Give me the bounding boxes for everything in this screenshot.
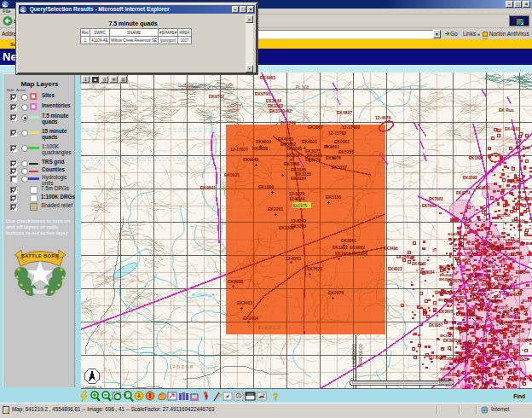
svg-text:EU1941: EU1941 xyxy=(500,345,515,350)
svg-text:EU3496: EU3496 xyxy=(454,359,469,363)
svg-text:EU4110: EU4110 xyxy=(492,352,506,357)
svg-text:EK7643: EK7643 xyxy=(422,204,437,208)
svg-text:EK9062: EK9062 xyxy=(470,325,484,329)
svg-text:EK2179: EK2179 xyxy=(305,157,321,162)
svg-text:12-11780: 12-11780 xyxy=(328,131,346,136)
svg-text:EU3371: EU3371 xyxy=(494,363,508,367)
svg-text:A: A xyxy=(237,393,240,398)
svg-text:EK3067: EK3067 xyxy=(308,125,323,130)
svg-text:EU Rob: EU Rob xyxy=(429,356,443,360)
svg-text:12-8244: 12-8244 xyxy=(289,196,305,201)
svg-text:EK1904: EK1904 xyxy=(335,251,350,256)
svg-text:EU7340: EU7340 xyxy=(507,325,522,329)
svg-text:EK3277: EK3277 xyxy=(512,319,526,323)
svg-text:EK3675: EK3675 xyxy=(439,310,454,314)
svg-text:EU1240: EU1240 xyxy=(475,357,489,362)
svg-text:EK3164: EK3164 xyxy=(291,176,306,181)
svg-text:EK3168: EK3168 xyxy=(284,161,299,166)
svg-text:EK3001: EK3001 xyxy=(341,238,356,243)
svg-text:EK9706: EK9706 xyxy=(255,91,270,96)
svg-text:Pt. N08: Pt. N08 xyxy=(296,85,309,90)
svg-text:EU9871: EU9871 xyxy=(507,378,522,382)
svg-text:Copyright, Inc: Copyright, Inc xyxy=(83,386,103,389)
svg-text:EU8892: EU8892 xyxy=(482,264,495,269)
svg-text:EK4851: EK4851 xyxy=(476,186,490,190)
svg-text:EK1956: EK1956 xyxy=(352,251,367,256)
svg-text:EK9338: EK9338 xyxy=(454,351,468,355)
svg-text:EK1249: EK1249 xyxy=(280,120,296,125)
svg-text:EK4262: EK4262 xyxy=(460,313,475,317)
svg-text:EK5076: EK5076 xyxy=(326,155,341,160)
svg-text:M O N I T O R: M O N I T O R xyxy=(192,293,215,297)
svg-text:EK5379: EK5379 xyxy=(291,224,306,229)
svg-text:Ek1975: Ek1975 xyxy=(293,204,308,208)
svg-text:EK9841: EK9841 xyxy=(200,185,216,190)
svg-text:EK4870: EK4870 xyxy=(439,265,454,270)
svg-text:EU2346: EU2346 xyxy=(506,240,520,244)
svg-text:EK125: EK125 xyxy=(466,274,478,278)
svg-text:BATTLE BORN: BATTLE BORN xyxy=(21,253,60,258)
svg-text:EK1509: EK1509 xyxy=(463,176,477,180)
svg-text:EU1546: EU1546 xyxy=(489,330,503,334)
svg-text:EU7402: EU7402 xyxy=(498,284,512,288)
svg-text:EU4477: EU4477 xyxy=(522,299,532,303)
svg-text:EU3547: EU3547 xyxy=(524,376,532,380)
svg-text:EU1549: EU1549 xyxy=(482,339,496,343)
svg-text:EK4446: EK4446 xyxy=(499,277,513,282)
svg-text:EK9036: EK9036 xyxy=(512,218,525,223)
svg-text:EU8945: EU8945 xyxy=(489,373,503,377)
svg-text:EU3584: EU3584 xyxy=(492,235,506,239)
svg-text:EK5075: EK5075 xyxy=(448,279,462,283)
svg-text:EU4343: EU4343 xyxy=(448,232,461,236)
svg-text:EK9067: EK9067 xyxy=(478,308,493,312)
svg-text:EK3021: EK3021 xyxy=(224,172,240,177)
svg-text:LANDER CO: LANDER CO xyxy=(352,344,356,367)
svg-text:EK4161: EK4161 xyxy=(505,126,520,131)
svg-text:EK7621: EK7621 xyxy=(307,266,322,271)
svg-text:EU7726: EU7726 xyxy=(497,213,511,218)
svg-text:EK5298: EK5298 xyxy=(511,329,524,334)
svg-text:EK9002: EK9002 xyxy=(350,245,365,250)
svg-text:EU4254: EU4254 xyxy=(507,293,522,297)
svg-text:EK5062: EK5062 xyxy=(440,367,454,371)
svg-text:EK4344: EK4344 xyxy=(516,270,530,275)
svg-text:EU2845: EU2845 xyxy=(448,373,462,377)
svg-text:EK3972: EK3972 xyxy=(443,339,458,343)
svg-text:EK1609: EK1609 xyxy=(469,156,483,160)
svg-text:EU4348: EU4348 xyxy=(479,241,493,246)
svg-text:L A N D E R: L A N D E R xyxy=(170,364,194,369)
svg-text:EK9030: EK9030 xyxy=(256,139,271,144)
svg-text:EU6045: EU6045 xyxy=(503,370,517,374)
svg-text:EU1935: EU1935 xyxy=(514,357,529,362)
svg-text:EK4853: EK4853 xyxy=(463,342,477,346)
svg-text:EK5255: EK5255 xyxy=(338,149,354,154)
svg-text:12-17403: 12-17403 xyxy=(342,125,360,130)
svg-text:EK4548: EK4548 xyxy=(489,247,503,251)
svg-text:EK7403: EK7403 xyxy=(503,253,517,257)
svg-text:EK3030: EK3030 xyxy=(286,146,302,151)
svg-text:EU9277: EU9277 xyxy=(503,257,517,261)
svg-text:EK9017: EK9017 xyxy=(435,291,449,295)
svg-text:EK2413: EK2413 xyxy=(237,300,252,305)
svg-text:EK2546: EK2546 xyxy=(473,253,488,257)
svg-text:EK4861: EK4861 xyxy=(471,293,486,297)
svg-text:EK Rus: EK Rus xyxy=(499,107,514,113)
svg-text:EK3030: EK3030 xyxy=(482,282,496,287)
svg-text:EU8788: EU8788 xyxy=(454,237,467,241)
svg-text:EK7603: EK7603 xyxy=(429,197,443,201)
svg-text:EK1902: EK1902 xyxy=(332,245,348,250)
svg-text:EK4264: EK4264 xyxy=(489,299,503,304)
svg-text:EK Rob: EK Rob xyxy=(516,146,530,150)
svg-text:EUREKA CO: EUREKA CO xyxy=(359,344,363,367)
svg-text:EK5157: EK5157 xyxy=(332,165,347,170)
svg-text:EK4897: EK4897 xyxy=(337,110,352,115)
svg-text:30000m: 30000m xyxy=(438,381,453,386)
svg-text:EK5156: EK5156 xyxy=(326,194,341,200)
svg-text:EK9762: EK9762 xyxy=(209,94,224,99)
svg-text:EU5148: EU5148 xyxy=(469,376,483,380)
svg-text:EK4740: EK4740 xyxy=(412,262,426,266)
svg-text:12-8241: 12-8241 xyxy=(286,256,302,261)
svg-text:EK3039: EK3039 xyxy=(252,146,268,151)
svg-text:EK3496: EK3496 xyxy=(384,247,398,251)
svg-text:EK2201: EK2201 xyxy=(268,206,283,212)
